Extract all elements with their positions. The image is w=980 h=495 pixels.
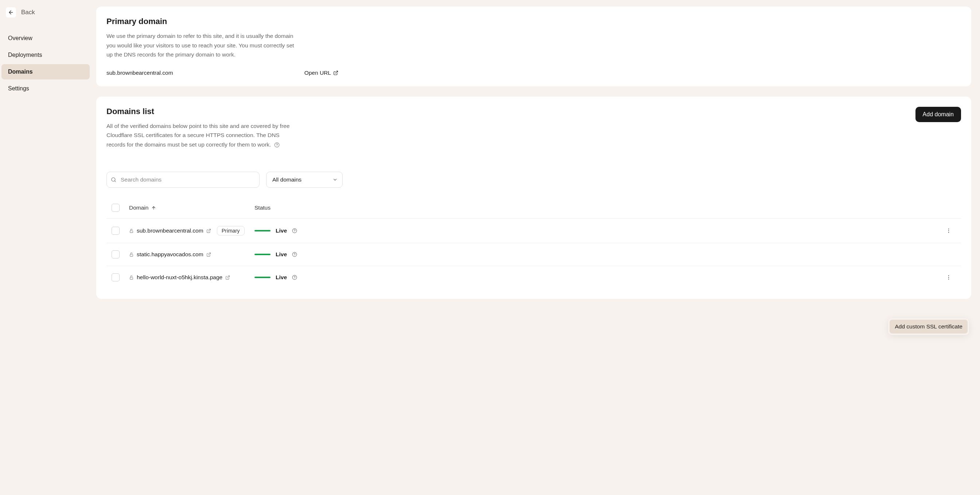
external-link-icon[interactable]: [206, 252, 211, 257]
lock-icon: [129, 252, 134, 257]
domain-name: hello-world-nuxt-o5hkj.kinsta.page: [137, 274, 223, 281]
back-label: Back: [21, 9, 35, 16]
lock-icon: [129, 275, 134, 280]
status-label: Live: [275, 251, 287, 258]
svg-point-22: [948, 275, 949, 276]
domain-name: static.happyavocados.com: [137, 251, 204, 258]
domain-header-label: Domain: [129, 204, 148, 211]
domains-list-title: Domains list: [107, 107, 300, 116]
sidebar-item-overview[interactable]: Overview: [2, 30, 90, 46]
row-checkbox[interactable]: [111, 274, 119, 282]
add-ssl-menu-item[interactable]: Add custom SSL certificate: [889, 320, 967, 334]
help-icon[interactable]: [274, 142, 280, 148]
search-domains-input[interactable]: [107, 172, 259, 188]
table-header-row: Domain Status: [107, 197, 961, 218]
primary-badge: Primary: [217, 226, 245, 236]
nav-list: Overview Deployments Domains Settings: [2, 30, 90, 96]
row-checkbox[interactable]: [111, 250, 119, 258]
primary-domain-card: Primary domain We use the primary domain…: [96, 6, 971, 86]
svg-point-24: [948, 279, 949, 280]
table-row: sub.brownbearcentral.com Primary Live: [107, 218, 961, 243]
table-row: static.happyavocados.com Live: [107, 243, 961, 266]
external-link-icon[interactable]: [206, 229, 211, 233]
sidebar-item-deployments[interactable]: Deployments: [2, 48, 90, 63]
domain-filter-label: All domains: [272, 177, 302, 183]
domains-list-card: Domains list All of the verified domains…: [96, 97, 971, 299]
arrow-left-icon: [8, 10, 14, 15]
primary-domain-title: Primary domain: [107, 17, 961, 26]
svg-line-5: [115, 181, 116, 182]
svg-rect-14: [130, 255, 133, 256]
main-content: Primary domain We use the primary domain…: [91, 0, 980, 495]
svg-line-15: [208, 253, 210, 255]
search-icon: [111, 177, 116, 183]
status-indicator: [255, 254, 270, 255]
row-menu-button[interactable]: [946, 274, 951, 280]
svg-line-1: [336, 71, 337, 73]
domain-filter-select[interactable]: All domains: [266, 172, 343, 188]
primary-domain-value: sub.brownbearcentral.com: [107, 70, 173, 76]
status-label: Live: [275, 228, 287, 234]
help-icon[interactable]: [292, 275, 297, 280]
svg-point-23: [948, 277, 949, 278]
domain-name: sub.brownbearcentral.com: [137, 228, 204, 234]
open-url-link[interactable]: Open URL: [304, 70, 338, 76]
back-button[interactable]: [6, 7, 16, 18]
status-column-header: Status: [255, 204, 936, 211]
help-icon[interactable]: [292, 252, 297, 257]
sidebar: Back Overview Deployments Domains Settin…: [0, 0, 91, 495]
svg-rect-7: [130, 231, 133, 232]
row-context-menu: Add custom SSL certificate: [888, 318, 969, 335]
sidebar-item-settings[interactable]: Settings: [2, 81, 90, 96]
open-url-label: Open URL: [304, 70, 331, 76]
svg-line-8: [208, 229, 210, 231]
help-icon[interactable]: [292, 228, 297, 233]
table-row: hello-world-nuxt-o5hkj.kinsta.page Live: [107, 266, 961, 289]
svg-rect-18: [130, 277, 133, 279]
svg-point-11: [948, 229, 949, 230]
row-checkbox[interactable]: [111, 227, 119, 235]
domains-list-description: All of the verified domains below point …: [107, 121, 300, 150]
status-header-label: Status: [255, 204, 270, 211]
select-all-checkbox[interactable]: [111, 204, 119, 212]
lock-icon: [129, 229, 134, 233]
domains-table: Domain Status: [107, 197, 961, 289]
external-link-icon[interactable]: [225, 275, 230, 280]
external-link-icon: [333, 70, 338, 75]
svg-line-19: [228, 276, 230, 278]
row-menu-button[interactable]: [946, 228, 951, 234]
status-indicator: [255, 230, 270, 231]
status-label: Live: [275, 274, 287, 281]
arrow-up-icon: [151, 205, 156, 210]
svg-point-12: [948, 230, 949, 231]
primary-domain-description: We use the primary domain to refer to th…: [107, 31, 300, 59]
chevron-down-icon: [332, 177, 337, 182]
sidebar-item-domains[interactable]: Domains: [2, 64, 90, 80]
add-domain-button[interactable]: Add domain: [915, 107, 961, 122]
status-indicator: [255, 277, 270, 278]
back-row: Back: [2, 4, 90, 21]
domain-column-header[interactable]: Domain: [129, 204, 250, 211]
svg-point-13: [948, 232, 949, 233]
